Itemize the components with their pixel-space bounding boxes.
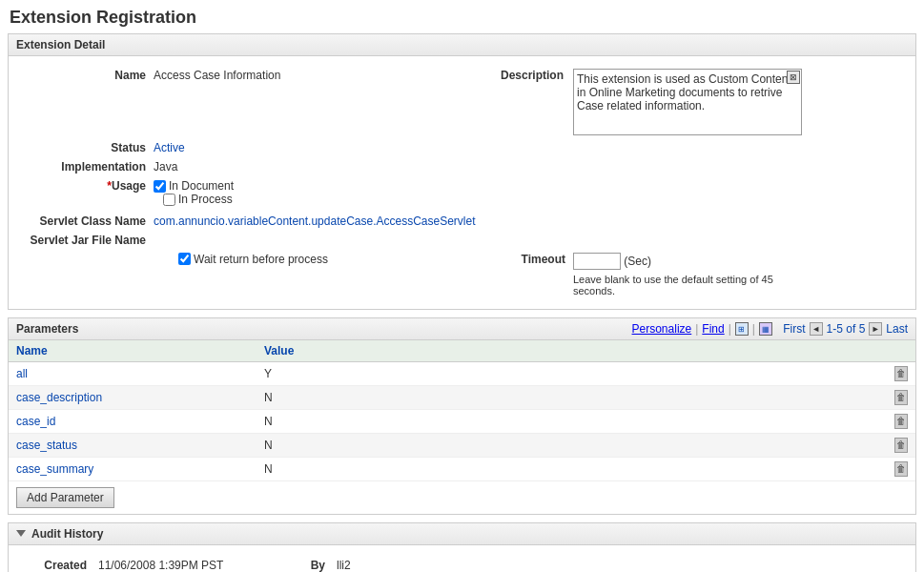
in-document-checkbox[interactable] xyxy=(154,180,166,193)
wait-return-text: Wait return before process xyxy=(194,253,328,266)
table-row: case_idN🗑 xyxy=(9,409,915,433)
created-row: Created 11/06/2008 1:39PM PST By lli2 xyxy=(16,555,908,573)
description-container: This extension is used as Custom Content… xyxy=(569,66,908,138)
extension-detail-header: Extension Detail xyxy=(9,34,915,56)
param-name-cell: case_status xyxy=(9,433,257,457)
delete-param-icon[interactable]: 🗑 xyxy=(894,414,908,429)
extension-detail-label: Extension Detail xyxy=(16,38,105,51)
add-parameter-button[interactable]: Add Parameter xyxy=(16,487,114,508)
param-name-link[interactable]: case_status xyxy=(16,439,77,452)
page-title: Extension Registration xyxy=(0,0,924,33)
table-row: case_statusN🗑 xyxy=(9,433,915,457)
status-value: Active xyxy=(150,138,436,157)
param-name-cell: all xyxy=(9,361,257,385)
description-label: Description xyxy=(436,66,569,138)
usage-label: **UsageUsage xyxy=(16,176,150,212)
servlet-class-value: com.annuncio.variableContent.updateCase.… xyxy=(150,212,908,231)
table-row: case_summaryN🗑 xyxy=(9,457,915,480)
servlet-jar-value xyxy=(150,231,908,250)
param-name-link[interactable]: case_description xyxy=(16,391,102,404)
created-by-value: lli2 xyxy=(331,555,908,573)
servlet-class-row: Servlet Class Name com.annuncio.variable… xyxy=(16,212,908,231)
audit-table: Created 11/06/2008 1:39PM PST By lli2 Mo… xyxy=(16,555,908,573)
col-value-header: Value xyxy=(257,340,887,362)
wait-return-checkbox[interactable] xyxy=(178,253,191,265)
find-link[interactable]: Find xyxy=(702,322,724,336)
param-action-cell: 🗑 xyxy=(887,409,915,433)
audit-history-header[interactable]: Audit History xyxy=(9,523,915,545)
created-value: 11/06/2008 1:39PM PST xyxy=(92,555,302,573)
timeout-cell: (Sec) Leave blank to use the default set… xyxy=(569,250,908,299)
pagination-info: 1-5 of 5 xyxy=(827,322,866,336)
table-row: case_descriptionN🗑 xyxy=(9,385,915,409)
name-value: Access Case Information xyxy=(150,66,436,138)
delete-param-icon[interactable]: 🗑 xyxy=(894,390,908,405)
parameters-controls: Personalize | Find | ⊞ | ▦ First ◄ 1-5 o… xyxy=(632,322,908,336)
table-icon[interactable]: ⊞ xyxy=(735,322,749,336)
status-label: Status xyxy=(16,138,150,157)
in-document-label[interactable]: In Document xyxy=(154,179,432,193)
implementation-row: Implementation Java xyxy=(16,157,908,176)
param-action-cell: 🗑 xyxy=(887,457,915,480)
required-star: * xyxy=(107,179,112,193)
param-action-cell: 🗑 xyxy=(887,385,915,409)
expand-description-icon[interactable]: ⊠ xyxy=(787,71,800,84)
servlet-jar-row: Servlet Jar File Name xyxy=(16,231,908,250)
sep2: | xyxy=(729,322,731,336)
delete-param-icon[interactable]: 🗑 xyxy=(894,461,908,477)
servlet-jar-label: Servlet Jar File Name xyxy=(16,231,150,250)
wait-return-cell: Wait return before process xyxy=(150,250,436,299)
in-process-text: In Process xyxy=(178,193,233,206)
param-name-link[interactable]: case_summary xyxy=(16,462,93,476)
audit-history-content: Created 11/06/2008 1:39PM PST By lli2 Mo… xyxy=(9,545,915,573)
param-value-cell: Y xyxy=(257,361,887,385)
description-box-wrapper: This extension is used as Custom Content… xyxy=(573,69,802,135)
param-value-cell: N xyxy=(257,409,887,433)
wait-return-label[interactable]: Wait return before process xyxy=(178,253,432,266)
next-page-button[interactable]: ► xyxy=(869,322,882,336)
delete-param-icon[interactable]: 🗑 xyxy=(894,366,908,381)
delete-param-icon[interactable]: 🗑 xyxy=(894,438,908,453)
param-name-link[interactable]: case_id xyxy=(16,415,55,428)
wait-return-row: Wait return before process Timeout (Sec)… xyxy=(16,250,908,299)
description-value: This extension is used as Custom Content… xyxy=(573,69,802,135)
param-value-cell: N xyxy=(257,457,887,480)
sep3: | xyxy=(752,322,755,336)
name-row: Name Access Case Information Description… xyxy=(16,66,908,138)
audit-history-label: Audit History xyxy=(31,527,103,541)
param-action-cell: 🗑 xyxy=(887,361,915,385)
servlet-class-label: Servlet Class Name xyxy=(16,212,150,231)
name-label: Name xyxy=(16,66,150,138)
timeout-input[interactable] xyxy=(573,253,621,270)
col-action-header xyxy=(887,340,915,362)
extension-detail-table: Name Access Case Information Description… xyxy=(16,66,908,299)
created-by-label: By xyxy=(302,555,331,573)
in-document-text: In Document xyxy=(169,179,234,193)
first-label[interactable]: First xyxy=(783,322,805,336)
parameters-section: Parameters Personalize | Find | ⊞ | ▦ Fi… xyxy=(8,317,916,515)
params-thead: Name Value xyxy=(9,340,915,362)
param-value-cell: N xyxy=(257,385,887,409)
parameters-header: Parameters Personalize | Find | ⊞ | ▦ Fi… xyxy=(9,318,915,340)
prev-page-button[interactable]: ◄ xyxy=(810,322,823,336)
params-header-row: Name Value xyxy=(9,340,915,362)
timeout-unit: (Sec) xyxy=(624,255,651,268)
col-name-header: Name xyxy=(9,340,257,362)
grid-icon[interactable]: ▦ xyxy=(759,322,772,336)
status-row: Status Active xyxy=(16,138,908,157)
in-process-checkbox[interactable] xyxy=(163,194,175,206)
sep1: | xyxy=(695,322,698,336)
param-name-link[interactable]: all xyxy=(16,367,28,380)
param-action-cell: 🗑 xyxy=(887,433,915,457)
last-label[interactable]: Last xyxy=(886,322,908,336)
collapse-arrow-icon xyxy=(16,530,26,537)
param-name-cell: case_id xyxy=(9,409,257,433)
personalize-link[interactable]: Personalize xyxy=(632,322,692,336)
implementation-label: Implementation xyxy=(16,157,150,176)
audit-history-section: Audit History Created 11/06/2008 1:39PM … xyxy=(8,522,916,573)
in-process-label[interactable]: In Process xyxy=(163,193,233,206)
implementation-value: Java xyxy=(150,157,436,176)
created-label: Created xyxy=(16,555,92,573)
timeout-label: Timeout xyxy=(436,250,569,299)
timeout-hint: Leave blank to use the default setting o… xyxy=(573,274,811,296)
